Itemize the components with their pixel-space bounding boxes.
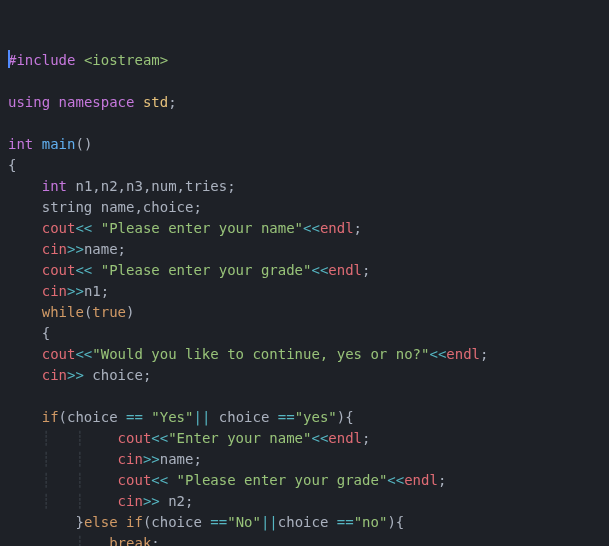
fn-main: main (42, 136, 76, 152)
text-cursor (8, 50, 10, 68)
keyword-break: break (109, 535, 151, 546)
code-block: #include <iostream> using namespace std;… (8, 50, 601, 546)
type-int: int (8, 136, 33, 152)
include-header: <iostream> (84, 52, 168, 68)
keyword-namespace: namespace (59, 94, 135, 110)
keyword-using: using (8, 94, 50, 110)
namespace-std: std (143, 94, 168, 110)
keyword-if: if (42, 409, 59, 425)
keyword-else: else (84, 514, 118, 530)
preproc: #include (8, 52, 75, 68)
keyword-while: while (42, 304, 84, 320)
